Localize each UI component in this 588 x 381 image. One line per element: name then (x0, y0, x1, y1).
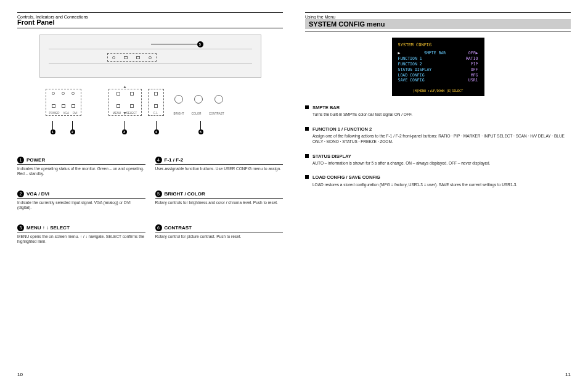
section-supertitle: Using the Menu (305, 15, 571, 19)
label: MENU (113, 112, 121, 115)
label: POWER (49, 112, 59, 115)
page-right: Using the Menu SYSTEM CONFIG menu SYSTEM… (294, 0, 588, 381)
item-body: Indicates the operating status of the mo… (17, 166, 145, 177)
group-f1-f2: F-1 (148, 89, 164, 116)
callout-leader: 5 (198, 129, 203, 134)
section-title: Front Panel (17, 18, 283, 26)
item-menu-select: 3MENU ↑ ↓ SELECT MENU opens the on-scree… (17, 224, 145, 245)
section-header-right: Using the Menu SYSTEM CONFIG menu (305, 12, 571, 31)
item-bright-color: 5BRIGHT / COLOR Rotary controls for brig… (155, 190, 284, 211)
page-left: Controls, Indicators and Connections Fro… (0, 0, 294, 381)
osd-screenshot: SYSTEM CONFIG SMPTE BAROFF▶ FUNCTION 1RA… (392, 38, 484, 96)
label: BRIGHT (174, 112, 184, 115)
callout-number: 1 (17, 157, 24, 163)
callout-leader: 3 (122, 129, 127, 134)
label: DVI (73, 112, 78, 115)
osd-footer-hint: [M]MENU ↑↓UP/DOWN [E]SELECT (398, 89, 478, 93)
menu-descriptions: SMPTE BARTurns the built-in SMPTE color-… (305, 105, 571, 187)
led-icon (149, 56, 152, 59)
bullet-status: STATUS DISPLAYAUTO – information is show… (305, 154, 571, 166)
arrow-up-icon: ▲ (123, 84, 127, 89)
label: COLOR (192, 112, 202, 115)
group-menu-select: ▲ ▼ MENU SELECT (108, 89, 142, 116)
square-bullet-icon (305, 127, 309, 131)
item-power: 1POWER Indicates the operating status of… (17, 157, 145, 177)
bullet-smpte: SMPTE BARTurns the built-in SMPTE color-… (305, 105, 571, 118)
panel-overview: 5 (39, 35, 261, 78)
osd-title: SYSTEM CONFIG (398, 43, 478, 48)
label: VGA (63, 112, 69, 115)
callout-leader: 1 (51, 129, 55, 134)
square-bullet-icon (305, 154, 309, 158)
page-number-right: 11 (565, 372, 571, 377)
group-bright-color-contrast: BRIGHT COLOR CONTRAST (169, 89, 229, 116)
label: F-1 (153, 112, 158, 115)
front-panel-illustration: 5 POWER VGA DVI ▲ ▼ MENU (39, 35, 261, 126)
bullet-load-save: LOAD CONFIG / SAVE CONFIGLOAD restores a… (305, 174, 571, 187)
group-power-vga-dvi: POWER VGA DVI (46, 89, 81, 116)
section-header-left: Controls, Indicators and Connections Fro… (17, 12, 283, 28)
panel-detail: POWER VGA DVI ▲ ▼ MENU SELECT F- (39, 89, 261, 126)
page-number-left: 10 (17, 372, 23, 377)
square-bullet-icon (305, 175, 309, 179)
bullet-function: FUNCTION 1 / FUNCTION 2Assign one of the… (305, 126, 571, 145)
front-panel-items: 1POWER Indicates the operating status of… (17, 157, 283, 258)
callout-leader: 2 (70, 129, 75, 134)
panel-overview-inner (49, 49, 252, 63)
button-icon (124, 56, 128, 59)
label: SELECT (126, 112, 137, 115)
button-icon (136, 56, 140, 59)
item-vga-dvi: 2VGA / DVI Indicate the currently select… (17, 190, 145, 211)
callout-leader: 4 (154, 129, 159, 134)
callout-number: 5 (199, 43, 201, 46)
callout-leader-top: 5 (197, 41, 203, 47)
item-contrast: 6CONTRAST Rotary control for picture con… (155, 224, 284, 245)
led-icon (112, 56, 115, 59)
item-f1f2: 4F-1 / F-2 User-assignable function butt… (155, 157, 284, 177)
square-bullet-icon (305, 105, 309, 109)
panel-button-cluster-outline (107, 53, 157, 62)
item-title: POWER (27, 157, 45, 163)
section-title: SYSTEM CONFIG menu (305, 19, 571, 29)
label: CONTRAST (209, 112, 224, 115)
